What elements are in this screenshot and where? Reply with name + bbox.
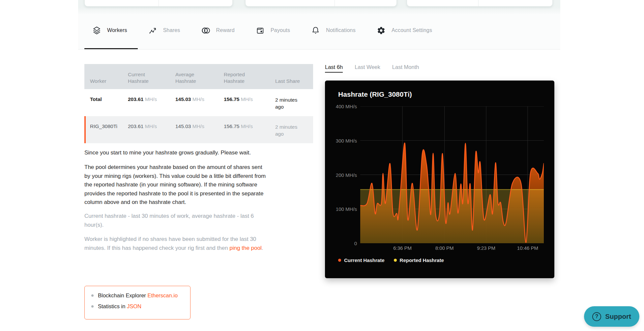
tab-label: Payouts (271, 27, 290, 33)
hint-gradual-hashrate: Since you start to mine your hashrate gr… (84, 149, 268, 157)
chart-title: Hashrate (RIG_3080Ti) (338, 90, 412, 98)
hashrate-unit: MH/s (145, 123, 157, 129)
list-item: Blockchain Explorer Etherscan.io (91, 292, 187, 299)
workers-page: Workers Shares Reward (0, 0, 644, 331)
hashrate-unit: MH/s (241, 96, 253, 102)
layers-icon (92, 26, 101, 35)
x-tick-label: 10:46 PM (511, 245, 544, 251)
tab-label: Workers (107, 27, 127, 33)
bell-icon (311, 26, 320, 35)
y-tick-label: 400 MH/s (336, 104, 357, 109)
reported-hashrate-value: 156.75 (224, 96, 239, 102)
table-row-total: Total 203.61 MH/s 145.03 MH/s 156.75 MH/… (84, 89, 313, 116)
card-divider (159, 0, 159, 6)
x-tick-label: 8:00 PM (428, 245, 461, 251)
worker-name: RIG_3080Ti (90, 123, 128, 129)
tab-account-settings[interactable]: Account Settings (377, 26, 432, 35)
stat-card (245, 0, 397, 7)
tab-label: Shares (163, 27, 180, 33)
tab-label: Account Settings (392, 27, 432, 33)
support-button[interactable]: ? Support (584, 306, 639, 327)
bullet-icon (91, 305, 94, 308)
last-share-value: 2 minutes ago (275, 96, 301, 110)
tab-workers[interactable]: Workers (92, 26, 127, 35)
hashrate-unit: MH/s (145, 96, 157, 102)
tab-label: Notifications (326, 27, 356, 33)
card-divider (478, 0, 479, 6)
wallet-icon (256, 26, 265, 35)
stat-card (407, 0, 553, 7)
range-tab-last-month[interactable]: Last Month (392, 64, 419, 73)
gear-icon (377, 26, 386, 35)
y-axis-labels: 400 MH/s300 MH/s200 MH/s100 MH/s0 (325, 106, 357, 243)
col-header-reported: Reported Hashrate (224, 71, 275, 84)
card-divider (335, 0, 335, 6)
hint-pool-determination: The pool determines your hashrate based … (84, 163, 268, 207)
col-header-current: Current Hashrate (128, 71, 175, 84)
support-label: Support (605, 313, 631, 320)
y-tick-label: 200 MH/s (336, 172, 357, 178)
col-header-last-share: Last Share (275, 78, 311, 84)
last-share-value: 2 minutes ago (275, 123, 301, 137)
chart-range-tabs: Last 6h Last Week Last Month (325, 64, 419, 73)
hashrate-unit: MH/s (192, 123, 204, 129)
y-tick-label: 300 MH/s (336, 138, 357, 143)
x-tick-label: 9:23 PM (470, 245, 503, 251)
reported-hashrate-value: 156.75 (224, 123, 239, 129)
bullet-icon (91, 294, 94, 297)
table-row-rig: RIG_3080Ti 203.61 MH/s 145.03 MH/s 156.7… (84, 116, 313, 143)
tab-payouts[interactable]: Payouts (256, 26, 290, 35)
ping-the-pool-link[interactable]: ping the pool (229, 245, 261, 251)
list-item: Statistics in JSON (91, 303, 187, 310)
question-mark-icon: ? (592, 312, 601, 321)
x-tick-label: 6:36 PM (386, 245, 419, 251)
scatter-arrow-icon (148, 26, 157, 35)
main-tabbar: Workers Shares Reward (92, 18, 432, 42)
json-stats-link[interactable]: JSON (127, 303, 141, 309)
tab-reward[interactable]: Reward (201, 26, 235, 35)
table-header-row: Worker Current Hashrate Average Hashrate… (84, 64, 313, 89)
hashrate-unit: MH/s (241, 123, 253, 129)
col-header-average: Average Hashrate (175, 71, 224, 84)
current-hashrate-value: 203.61 (128, 123, 143, 129)
legend-label: Current Hashrate (344, 257, 385, 263)
legend-dot-current (338, 259, 341, 262)
average-hashrate-value: 145.03 (175, 123, 191, 129)
worker-name: Total (90, 96, 128, 102)
range-tab-last-week[interactable]: Last Week (355, 64, 380, 73)
hashrate-area-chart (360, 106, 544, 243)
external-links-box: Blockchain Explorer Etherscan.io Statist… (84, 286, 190, 319)
coins-icon (201, 26, 210, 35)
hint-highlight-period: . (262, 245, 263, 251)
y-tick-label: 100 MH/s (336, 206, 357, 212)
legend-dot-reported (394, 259, 397, 262)
x-axis-labels: 6:36 PM8:00 PM9:23 PM10:46 PM (360, 245, 544, 252)
y-tick-label: 0 (354, 241, 357, 246)
hashrate-unit: MH/s (192, 96, 204, 102)
blockchain-explorer-text: Blockchain Explorer (98, 292, 147, 298)
col-header-worker: Worker (90, 78, 128, 84)
tab-shares[interactable]: Shares (148, 26, 180, 35)
legend-item-reported: Reported Hashrate (394, 257, 444, 263)
legend-label: Reported Hashrate (400, 257, 444, 263)
etherscan-link[interactable]: Etherscan.io (147, 292, 178, 298)
active-tab-indicator (84, 48, 138, 49)
hint-hashrate-windows: Current hashrate - last 30 minutes of wo… (84, 212, 268, 229)
current-hashrate-value: 203.61 (128, 96, 143, 102)
chart-legend: Current Hashrate Reported Hashrate (338, 257, 444, 263)
workers-table: Worker Current Hashrate Average Hashrate… (84, 64, 313, 143)
stat-card (84, 0, 233, 7)
average-hashrate-value: 145.03 (175, 96, 191, 102)
hashrate-chart-panel: Hashrate (RIG_3080Ti) 400 MH/s300 MH/s20… (325, 81, 554, 278)
legend-item-current: Current Hashrate (338, 257, 385, 263)
tab-notifications[interactable]: Notifications (311, 26, 356, 35)
hint-highlight-rule: Worker is highlighted if no shares have … (84, 235, 268, 252)
statistics-text: Statistics in (98, 303, 127, 309)
range-tab-last-6h[interactable]: Last 6h (325, 64, 343, 73)
tab-label: Reward (216, 27, 235, 33)
